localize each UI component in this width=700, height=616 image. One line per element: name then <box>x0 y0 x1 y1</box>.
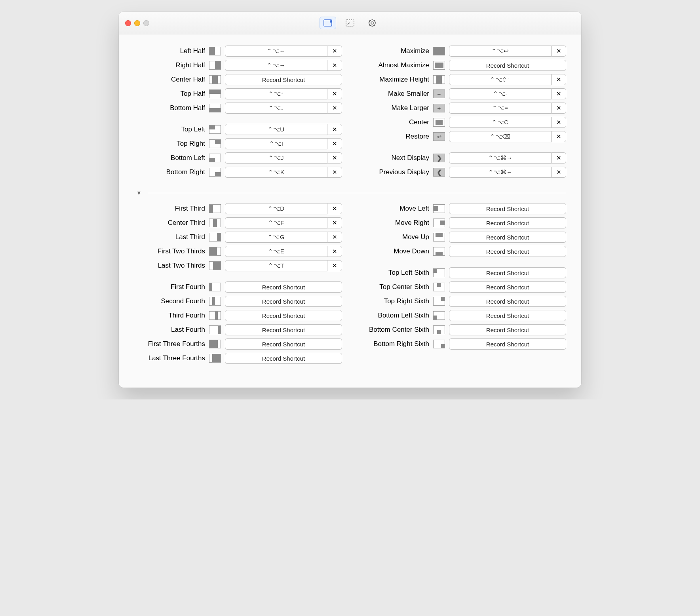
record-shortcut-last-three-fourths[interactable]: Record Shortcut <box>225 353 342 364</box>
shortcut-display-previous-display[interactable]: ⌃⌥⌘← <box>449 167 552 178</box>
clear-shortcut-maximize-height[interactable]: ✕ <box>551 74 566 85</box>
clear-shortcut-top-left[interactable]: ✕ <box>327 124 342 135</box>
row-right-half: Right Half ⌃⌥→ ✕ <box>134 58 342 72</box>
clear-shortcut-restore[interactable]: ✕ <box>551 131 566 142</box>
record-shortcut-move-down[interactable]: Record Shortcut <box>449 246 566 257</box>
zoom-window-button[interactable] <box>143 20 149 26</box>
clear-shortcut-last-third[interactable]: ✕ <box>327 232 342 243</box>
pictogram-center <box>433 118 445 127</box>
disclosure-toggle[interactable]: ▼ <box>134 190 144 196</box>
record-shortcut-top-center-sixth[interactable]: Record Shortcut <box>449 281 566 293</box>
record-shortcut-move-left[interactable]: Record Shortcut <box>449 203 566 214</box>
shortcut-display-top-left[interactable]: ⌃⌥U <box>225 124 327 135</box>
tab-snap-areas[interactable] <box>342 17 358 29</box>
clear-shortcut-top-right[interactable]: ✕ <box>327 138 342 149</box>
clear-shortcut-top-half[interactable]: ✕ <box>327 88 342 99</box>
row-second-fourth: Second Fourth Record Shortcut <box>134 294 342 308</box>
record-shortcut-move-right[interactable]: Record Shortcut <box>449 217 566 228</box>
shortcut-cell-center-third: ⌃⌥F ✕ <box>225 218 342 228</box>
shortcut-display-bottom-half[interactable]: ⌃⌥↓ <box>225 103 327 114</box>
minimize-window-button[interactable] <box>134 20 140 26</box>
clear-shortcut-first-two-thirds[interactable]: ✕ <box>327 246 342 257</box>
shortcuts-panel: Left Half ⌃⌥← ✕ Right Half ⌃⌥→ ✕ Center … <box>119 34 581 388</box>
row-bottom-right: Bottom Right ⌃⌥K ✕ <box>134 165 342 179</box>
shortcut-cell-first-three-fourths: Record Shortcut <box>225 339 342 349</box>
record-shortcut-third-fourth[interactable]: Record Shortcut <box>225 310 342 321</box>
clear-shortcut-bottom-left[interactable]: ✕ <box>327 152 342 164</box>
label-bottom-center-sixth: Bottom Center Sixth <box>358 326 429 334</box>
shortcut-display-right-half[interactable]: ⌃⌥→ <box>225 60 327 71</box>
shortcut-display-make-smaller[interactable]: ⌃⌥- <box>449 88 552 99</box>
clear-shortcut-first-third[interactable]: ✕ <box>327 203 342 214</box>
pictogram-right-half <box>209 61 221 70</box>
shortcut-display-first-two-thirds[interactable]: ⌃⌥E <box>225 246 327 257</box>
clear-shortcut-last-two-thirds[interactable]: ✕ <box>327 260 342 271</box>
shortcut-cell-bottom-left: ⌃⌥J ✕ <box>225 153 342 163</box>
shortcut-cell-first-fourth: Record Shortcut <box>225 282 342 292</box>
shortcut-display-make-larger[interactable]: ⌃⌥= <box>449 103 552 114</box>
pictogram-make-smaller: − <box>433 89 445 98</box>
shortcut-cell-last-fourth: Record Shortcut <box>225 325 342 335</box>
clear-shortcut-maximize[interactable]: ✕ <box>551 46 566 57</box>
record-shortcut-first-three-fourths[interactable]: Record Shortcut <box>225 338 342 350</box>
shortcut-display-first-third[interactable]: ⌃⌥D <box>225 203 327 214</box>
record-shortcut-first-fourth[interactable]: Record Shortcut <box>225 281 342 293</box>
shortcut-display-restore[interactable]: ⌃⌥⌫ <box>449 131 552 142</box>
row-last-three-fourths: Last Three Fourths Record Shortcut <box>134 351 342 365</box>
shortcut-display-next-display[interactable]: ⌃⌥⌘→ <box>449 152 552 164</box>
shortcut-display-left-half[interactable]: ⌃⌥← <box>225 46 327 57</box>
shortcut-display-maximize-height[interactable]: ⌃⌥⇧↑ <box>449 74 552 85</box>
record-shortcut-center-half[interactable]: Record Shortcut <box>225 74 342 85</box>
close-window-button[interactable] <box>125 20 131 26</box>
pictogram-top-center-sixth <box>433 283 445 291</box>
shortcut-display-center-third[interactable]: ⌃⌥F <box>225 217 327 228</box>
tab-settings[interactable] <box>364 17 380 29</box>
row-bottom-left: Bottom Left ⌃⌥J ✕ <box>134 151 342 165</box>
record-shortcut-top-right-sixth[interactable]: Record Shortcut <box>449 296 566 307</box>
clear-shortcut-right-half[interactable]: ✕ <box>327 60 342 71</box>
record-shortcut-bottom-right-sixth[interactable]: Record Shortcut <box>449 338 566 350</box>
clear-shortcut-center[interactable]: ✕ <box>551 117 566 128</box>
shortcut-display-maximize[interactable]: ⌃⌥↩ <box>449 46 552 57</box>
shortcut-display-last-two-thirds[interactable]: ⌃⌥T <box>225 260 327 271</box>
shortcut-display-bottom-left[interactable]: ⌃⌥J <box>225 152 327 164</box>
record-shortcut-top-left-sixth[interactable]: Record Shortcut <box>449 267 566 278</box>
pictogram-move-down <box>433 247 445 256</box>
row-center: Center ⌃⌥C ✕ <box>358 115 566 129</box>
label-center-half: Center Half <box>134 76 205 84</box>
separator-line <box>148 193 566 193</box>
label-maximize-height: Maximize Height <box>358 76 429 84</box>
clear-shortcut-make-smaller[interactable]: ✕ <box>551 88 566 99</box>
record-shortcut-bottom-center-sixth[interactable]: Record Shortcut <box>449 324 566 335</box>
clear-shortcut-previous-display[interactable]: ✕ <box>551 167 566 178</box>
shortcut-display-top-half[interactable]: ⌃⌥↑ <box>225 88 327 99</box>
clear-shortcut-next-display[interactable]: ✕ <box>551 152 566 164</box>
clear-shortcut-center-third[interactable]: ✕ <box>327 217 342 228</box>
svg-point-4 <box>371 22 373 24</box>
record-shortcut-last-fourth[interactable]: Record Shortcut <box>225 324 342 335</box>
record-shortcut-move-up[interactable]: Record Shortcut <box>449 232 566 243</box>
row-first-fourth: First Fourth Record Shortcut <box>134 280 342 294</box>
left-column-top: Left Half ⌃⌥← ✕ Right Half ⌃⌥→ ✕ Center … <box>134 44 342 186</box>
record-shortcut-almost-maximize[interactable]: Record Shortcut <box>449 60 566 71</box>
shortcut-cell-next-display: ⌃⌥⌘→ ✕ <box>449 153 566 163</box>
clear-shortcut-make-larger[interactable]: ✕ <box>551 103 566 114</box>
record-shortcut-second-fourth[interactable]: Record Shortcut <box>225 296 342 307</box>
shortcut-cell-restore: ⌃⌥⌫ ✕ <box>449 131 566 142</box>
label-bottom-half: Bottom Half <box>134 104 205 112</box>
clear-shortcut-left-half[interactable]: ✕ <box>327 46 342 57</box>
row-last-fourth: Last Fourth Record Shortcut <box>134 323 342 337</box>
clear-shortcut-bottom-half[interactable]: ✕ <box>327 103 342 114</box>
record-shortcut-bottom-left-sixth[interactable]: Record Shortcut <box>449 310 566 321</box>
shortcut-cell-first-third: ⌃⌥D ✕ <box>225 203 342 214</box>
shortcut-cell-previous-display: ⌃⌥⌘← ✕ <box>449 167 566 177</box>
shortcut-display-bottom-right[interactable]: ⌃⌥K <box>225 167 327 178</box>
tab-keyboard-shortcuts[interactable]: ⌘ <box>320 17 336 29</box>
shortcut-display-last-third[interactable]: ⌃⌥G <box>225 232 327 243</box>
label-move-right: Move Right <box>358 219 429 227</box>
pictogram-last-two-thirds <box>209 261 221 270</box>
pictogram-first-two-thirds <box>209 247 221 256</box>
shortcut-display-center[interactable]: ⌃⌥C <box>449 117 552 128</box>
clear-shortcut-bottom-right[interactable]: ✕ <box>327 167 342 178</box>
shortcut-display-top-right[interactable]: ⌃⌥I <box>225 138 327 149</box>
